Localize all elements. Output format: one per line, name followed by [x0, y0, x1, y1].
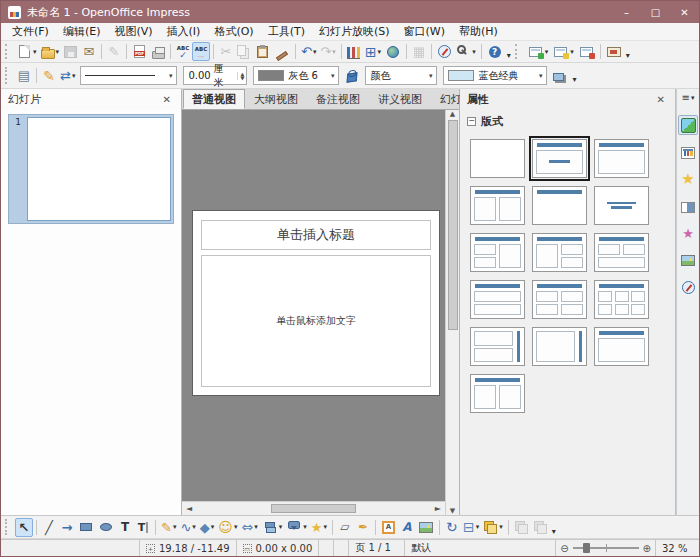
custom-animation-deck-button[interactable]: ★: [678, 169, 698, 189]
zoom-out-icon[interactable]: ⊖: [560, 543, 568, 554]
gallery-deck-button[interactable]: [678, 250, 698, 270]
layout-title-slide[interactable]: [532, 139, 587, 178]
new-slide-button[interactable]: ▾: [525, 42, 551, 61]
layout-vertical-title-vertical-content[interactable]: [532, 327, 587, 366]
ellipse-button[interactable]: [96, 518, 116, 537]
layout-title-6content[interactable]: [594, 280, 649, 319]
toolbar-overflow-button[interactable]: ▾: [572, 75, 576, 84]
stars-button[interactable]: ★▾: [309, 518, 329, 537]
menu-view[interactable]: 视图(V): [107, 23, 159, 40]
layout-title-2content-content[interactable]: [470, 233, 525, 272]
slide-transition-deck-button[interactable]: [678, 196, 698, 216]
toolbar-grip[interactable]: [5, 519, 11, 534]
slide-page[interactable]: 单击插入标题 单击鼠标添加文字: [192, 210, 440, 396]
tab-普通视图[interactable]: 普通视图: [183, 89, 245, 109]
layout-title-content-over-content[interactable]: [470, 280, 525, 319]
toolbar-overflow-button[interactable]: ▾: [552, 527, 556, 536]
vertical-scroll-thumb[interactable]: [448, 120, 458, 330]
tab-讲义视图[interactable]: 讲义视图: [369, 89, 431, 109]
layout-blank[interactable]: [470, 139, 525, 178]
body-placeholder[interactable]: 单击鼠标添加文字: [201, 255, 431, 387]
menu-tools[interactable]: 工具(T): [261, 23, 312, 40]
insert-picture-button[interactable]: [416, 518, 436, 537]
connector-button[interactable]: ∿▾: [178, 518, 197, 537]
menu-edit[interactable]: 编辑(E): [56, 23, 108, 40]
spellcheck-button[interactable]: [174, 42, 192, 61]
collapse-icon[interactable]: −: [467, 117, 476, 126]
export-pdf-button[interactable]: [130, 42, 149, 61]
toolbar-grip[interactable]: [5, 67, 11, 85]
scroll-down-icon[interactable]: ▼: [450, 507, 455, 515]
basic-shapes-button[interactable]: ◆▾: [198, 518, 217, 537]
sidebar-menu-button[interactable]: ≡▾: [678, 92, 698, 104]
tab-备注视图[interactable]: 备注视图: [307, 89, 369, 109]
layout-title-4content[interactable]: [532, 280, 587, 319]
shadow-button[interactable]: [550, 66, 570, 85]
slide-layout-button[interactable]: ▾: [550, 42, 576, 61]
master-pages-deck-button[interactable]: [678, 142, 698, 162]
line-arrow-end-button[interactable]: →: [58, 518, 76, 537]
undo-button[interactable]: ↶▾: [299, 42, 318, 61]
menu-slide-show[interactable]: 幻灯片放映(S): [312, 23, 397, 40]
toolbar-grip[interactable]: [515, 44, 521, 59]
tab-大纲视图[interactable]: 大纲视图: [245, 89, 307, 109]
fontwork-gallery-button[interactable]: [379, 518, 398, 537]
insert-table-button[interactable]: ⊞▾: [363, 42, 383, 61]
layout-title-vertical-content[interactable]: [594, 327, 649, 366]
text-box-button[interactable]: T: [116, 518, 134, 537]
close-icon[interactable]: ✕: [160, 94, 174, 105]
zoom-button[interactable]: ▾: [454, 42, 478, 61]
line-button[interactable]: ✎: [40, 66, 58, 85]
close-icon[interactable]: ✕: [654, 94, 668, 105]
spinner-arrows-icon[interactable]: ▲▼: [237, 72, 245, 80]
horizontal-scroll-thumb[interactable]: [271, 504, 356, 513]
symbol-shapes-button[interactable]: ☺▾: [216, 518, 239, 537]
edit-points-button[interactable]: ▱: [336, 518, 354, 537]
area-fill-button[interactable]: [342, 66, 362, 85]
hyperlink-button[interactable]: [383, 42, 403, 61]
menu-file[interactable]: 文件(F): [5, 23, 56, 40]
menu-format[interactable]: 格式(O): [207, 23, 260, 40]
horizontal-scrollbar[interactable]: ◄ ►: [182, 501, 445, 515]
clone-formatting-button[interactable]: [272, 42, 292, 61]
zoom-slider[interactable]: [573, 547, 639, 549]
select-button[interactable]: ↖: [15, 518, 33, 537]
arrow-style-button[interactable]: ⇄▾: [58, 66, 77, 85]
vertical-text-button[interactable]: T: [134, 518, 152, 537]
rectangle-button[interactable]: [76, 518, 96, 537]
curve-button[interactable]: ✎▾: [159, 518, 178, 537]
paste-button[interactable]: [253, 42, 272, 61]
scroll-up-icon[interactable]: ▲: [450, 110, 455, 118]
rotate-button[interactable]: ↻: [443, 518, 461, 537]
flowchart-button[interactable]: ▾: [260, 518, 285, 537]
fontwork-button[interactable]: [398, 518, 416, 537]
menu-insert[interactable]: 插入(I): [160, 23, 208, 40]
toolbar-overflow-button[interactable]: ▾: [626, 51, 630, 60]
slide-template-cell[interactable]: 默认: [404, 540, 555, 556]
line-width-field[interactable]: 0.00 厘米 ▲▼: [183, 66, 247, 85]
line-color-select[interactable]: 灰色 6 ▾: [253, 66, 339, 85]
new-document-button[interactable]: ▾: [15, 42, 39, 61]
scroll-right-icon[interactable]: ►: [435, 504, 441, 513]
minimize-button[interactable]: –: [612, 1, 641, 23]
navigator-compass-button[interactable]: [435, 42, 454, 61]
layout-centered-text[interactable]: [594, 186, 649, 225]
send-email-button[interactable]: ✉: [80, 42, 98, 61]
menu-help[interactable]: 帮助(H): [452, 23, 505, 40]
arrange-button[interactable]: ▾: [481, 518, 505, 537]
print-button[interactable]: [149, 42, 167, 61]
area-style-select[interactable]: 颜色 ▾: [365, 66, 437, 85]
toolbar-grip[interactable]: [5, 44, 11, 59]
layout-title-content-2content[interactable]: [532, 233, 587, 272]
toolbar-overflow-button[interactable]: ▾: [507, 51, 511, 60]
layout-title-2content-over-content[interactable]: [594, 233, 649, 272]
zoom-percentage[interactable]: 32 %: [655, 540, 699, 556]
help-button[interactable]: [485, 42, 505, 61]
insert-chart-button[interactable]: [345, 42, 363, 61]
menu-window[interactable]: 窗口(W): [397, 23, 452, 40]
fill-color-select[interactable]: 蓝色经典 ▾: [443, 66, 547, 85]
auto-spellcheck-button[interactable]: [192, 42, 210, 61]
vertical-scrollbar[interactable]: ▲ ▼: [445, 110, 459, 515]
layout-title-2-vertical-content[interactable]: [470, 374, 525, 413]
callouts-button[interactable]: ▾: [284, 518, 309, 537]
